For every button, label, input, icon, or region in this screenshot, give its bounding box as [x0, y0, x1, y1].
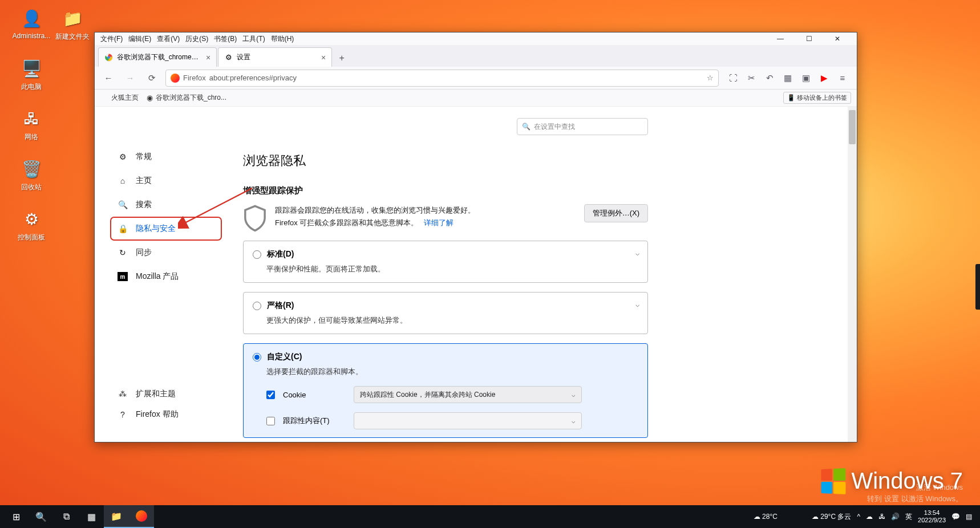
tab-settings[interactable]: ⚙ 设置 × — [218, 47, 332, 67]
firefox-window: 文件(F) 编辑(E) 查看(V) 历史(S) 书签(B) 工具(T) 帮助(H… — [94, 32, 857, 442]
settings-content: ⚙常规 ⌂主页 🔍搜索 🔒隐私与安全 ↻同步 mMozilla 产品 ⁂扩展和主… — [95, 107, 857, 442]
tray-chevron-icon[interactable]: ^ — [857, 513, 860, 521]
tracking-content-dropdown[interactable]: ⌵ — [354, 412, 582, 429]
search-placeholder: 在设置中查找 — [534, 122, 575, 132]
sidebar-item-help[interactable]: ?Firefox 帮助 — [112, 404, 220, 425]
firefox-icon — [171, 74, 180, 83]
new-tab-button[interactable]: + — [333, 50, 350, 67]
weather-widget-left[interactable]: ☁ 28°C — [754, 513, 777, 521]
taskbar-firefox[interactable] — [129, 505, 154, 528]
menu-file[interactable]: 文件(F) — [100, 34, 123, 44]
checkbox-cookie[interactable] — [266, 391, 275, 399]
option-title: 自定义(C) — [267, 352, 302, 362]
bookmark-chrome[interactable]: ◉谷歌浏览器下载_chro... — [147, 93, 226, 103]
tab-close-icon[interactable]: × — [206, 53, 210, 62]
cookie-dropdown[interactable]: 跨站跟踪性 Cookie，并隔离其余跨站 Cookie⌵ — [354, 386, 582, 403]
activation-watermark: 激活 Windows 转到 设置 以激活 Windows。 — [867, 482, 963, 504]
maximize-button[interactable]: ☐ — [800, 34, 818, 44]
computer-icon: 🖥️ — [20, 57, 43, 80]
settings-main: 🔍在设置中查找 浏览器隐私 增强型跟踪保护 跟踪器会跟踪您的在线活动，收集您的浏… — [220, 107, 665, 442]
page-title: 浏览器隐私 — [243, 152, 648, 169]
radio-standard[interactable] — [253, 250, 261, 259]
tray-notifications-icon[interactable]: 💬 — [951, 513, 960, 521]
sidebar-item-home[interactable]: ⌂主页 — [112, 170, 220, 191]
tray-clock[interactable]: 13:542022/9/23 — [918, 509, 946, 524]
back-button[interactable]: ← — [100, 70, 116, 86]
bookmark-firefox-home[interactable]: 火狐主页 — [100, 93, 139, 103]
menu-bookmarks[interactable]: 书签(B) — [214, 34, 237, 44]
forward-button[interactable]: → — [122, 70, 138, 86]
menu-help[interactable]: 帮助(H) — [271, 34, 294, 44]
desktop-icon-folder[interactable]: 📁新建文件夹 — [52, 7, 92, 42]
settings-search-input[interactable]: 🔍在设置中查找 — [517, 118, 648, 135]
start-button[interactable]: ⊞ — [3, 505, 29, 528]
crop-icon[interactable]: ✂ — [746, 73, 756, 83]
sidebar-item-label: Mozilla 产品 — [136, 271, 179, 282]
radio-custom[interactable] — [253, 353, 261, 362]
sidebar-item-general[interactable]: ⚙常规 — [112, 147, 220, 167]
url-text: about:preferences#privacy — [209, 74, 297, 82]
taskbar-explorer[interactable]: 📁 — [104, 505, 129, 528]
close-button[interactable]: ✕ — [828, 34, 847, 44]
qr-icon[interactable]: ▣ — [801, 73, 811, 83]
tracking-option-strict[interactable]: 严格(R) 更强大的保护，但可能导致某些网站异常。 ⌵ — [243, 292, 648, 334]
tracking-desc-2: Firefox 可拦截众多跟踪器和其他恶意脚本。 — [275, 218, 418, 227]
desktop-icon-network[interactable]: 🖧网络 — [11, 107, 51, 142]
minimize-button[interactable]: — — [771, 34, 789, 44]
star-icon[interactable]: ☆ — [707, 74, 714, 82]
youtube-icon[interactable]: ▶ — [819, 73, 829, 83]
desktop-icon-pc[interactable]: 🖥️此电脑 — [11, 57, 51, 92]
mobile-bookmarks-button[interactable]: 📱 移动设备上的书签 — [783, 92, 851, 104]
apps-icon[interactable]: ▦ — [783, 73, 793, 83]
desktop-icon-label: 新建文件夹 — [52, 32, 92, 42]
tracking-option-custom[interactable]: 自定义(C) 选择要拦截的跟踪器和脚本。 Cookie 跨站跟踪性 Cookie… — [243, 343, 648, 438]
tab-close-icon[interactable]: × — [321, 53, 326, 62]
tab-label: 设置 — [237, 52, 250, 62]
sidebar-item-sync[interactable]: ↻同步 — [112, 242, 220, 263]
reload-button[interactable]: ⟳ — [144, 70, 160, 86]
desktop-icon-trash[interactable]: 🗑️回收站 — [11, 157, 51, 192]
bookmark-label: 谷歌浏览器下载_chro... — [156, 93, 226, 103]
url-bar[interactable]: Firefox about:preferences#privacy ☆ — [165, 70, 719, 87]
tray-onedrive-icon[interactable]: ☁ — [866, 513, 873, 521]
sidebar-item-label: 扩展和主题 — [136, 389, 176, 399]
desktop-icon-control[interactable]: ⚙控制面板 — [11, 208, 51, 242]
sidebar-item-extensions[interactable]: ⁂扩展和主题 — [112, 384, 220, 404]
navbar: ← → ⟳ Firefox about:preferences#privacy … — [95, 67, 857, 90]
tray-action-center-icon[interactable]: ▤ — [966, 513, 972, 521]
screenshot-icon[interactable]: ⛶ — [728, 73, 738, 83]
network-icon: 🖧 — [20, 107, 43, 130]
taskbar-search[interactable]: 🔍 — [29, 505, 54, 528]
url-prefix: Firefox — [183, 74, 206, 82]
desktop-sidebar-handle[interactable] — [975, 264, 980, 310]
weather-widget-right[interactable]: ☁ 29°C 多云 — [812, 512, 852, 522]
menu-view[interactable]: 查看(V) — [157, 34, 180, 44]
chevron-down-icon: ⌵ — [572, 417, 576, 425]
tray-network-icon[interactable]: 🖧 — [878, 513, 885, 521]
scroll-thumb[interactable] — [849, 110, 856, 144]
sidebar-item-mozilla[interactable]: mMozilla 产品 — [112, 266, 220, 287]
menu-tools[interactable]: 工具(T) — [242, 34, 265, 44]
system-tray: ☁ 28°C ☁ 29°C 多云 ^ ☁ 🖧 🔊 英 13:542022/9/2… — [754, 509, 977, 524]
cookie-label: Cookie — [283, 391, 346, 399]
tab-chrome-download[interactable]: 谷歌浏览器下载_chrome浏览器 × — [98, 47, 217, 67]
scrollbar[interactable] — [848, 107, 857, 442]
radio-strict[interactable] — [253, 302, 261, 310]
sidebar-item-search[interactable]: 🔍搜索 — [112, 194, 220, 215]
menu-history[interactable]: 历史(S) — [185, 34, 208, 44]
taskbar-apps[interactable]: ▦ — [79, 505, 104, 528]
menu-edit[interactable]: 编辑(E) — [128, 34, 151, 44]
checkbox-tracking-content[interactable] — [266, 417, 275, 425]
desktop-icon-admin[interactable]: 👤Administra... — [11, 7, 51, 40]
undo-icon[interactable]: ↶ — [764, 73, 775, 83]
control-panel-icon: ⚙ — [20, 208, 43, 230]
tray-ime[interactable]: 英 — [905, 512, 912, 522]
tray-volume-icon[interactable]: 🔊 — [891, 513, 900, 521]
tracking-option-standard[interactable]: 标准(D) 平衡保护和性能。页面将正常加载。 ⌵ — [243, 241, 648, 283]
sidebar-item-privacy[interactable]: 🔒隐私与安全 — [112, 218, 220, 239]
manage-exceptions-button[interactable]: 管理例外…(X) — [584, 204, 648, 222]
learn-more-link[interactable]: 详细了解 — [424, 218, 453, 227]
menu-icon[interactable]: ≡ — [837, 73, 848, 83]
chrome-icon: ◉ — [147, 94, 153, 102]
taskbar-taskview[interactable]: ⧉ — [54, 505, 79, 528]
